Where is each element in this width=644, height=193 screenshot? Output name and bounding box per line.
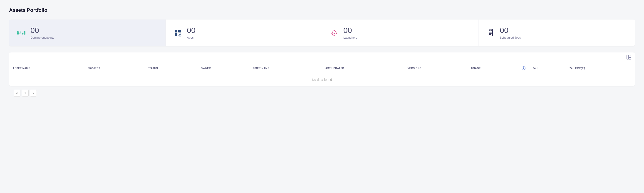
launchers-info: 00 Launchers <box>343 26 357 39</box>
scheduled-jobs-label: Scheduled Jobs <box>500 36 521 39</box>
svg-point-11 <box>332 31 333 32</box>
svg-rect-6 <box>174 34 177 36</box>
launchers-count: 00 <box>343 26 357 34</box>
usage-info-icon[interactable]: i <box>522 66 526 70</box>
svg-point-14 <box>336 31 336 32</box>
stat-card-apps[interactable]: 00 Apps <box>166 20 322 46</box>
layout-toggle-icon[interactable] <box>626 55 631 60</box>
table-header-row: ASSET NAME PROJECT STATUS OWNER USER NAM… <box>9 63 635 73</box>
svg-point-10 <box>334 33 335 34</box>
next-page-button[interactable]: > <box>30 90 37 96</box>
pagination: < 1 > <box>9 86 635 100</box>
svg-point-12 <box>332 33 332 34</box>
page-title: Assets Portfolio <box>9 7 635 13</box>
col-last-updated: LAST UPDATED <box>320 63 404 73</box>
empty-state-row: No data found <box>9 73 635 86</box>
current-page: 1 <box>22 90 28 96</box>
svg-rect-22 <box>627 55 628 59</box>
launchers-label: Launchers <box>343 36 357 39</box>
scheduled-jobs-count: 00 <box>500 26 521 34</box>
col-status: STATUS <box>144 63 197 73</box>
col-asset-name: ASSET NAME <box>9 63 84 73</box>
launchers-icon <box>329 28 339 38</box>
scheduled-jobs-info: 00 Scheduled Jobs <box>500 26 521 39</box>
empty-state-message: No data found <box>9 73 635 86</box>
endpoints-icon <box>16 28 26 38</box>
stat-card-scheduled-jobs[interactable]: 00 Scheduled Jobs <box>478 20 635 46</box>
svg-point-15 <box>336 33 337 34</box>
stat-card-launchers[interactable]: 00 Launchers <box>322 20 478 46</box>
svg-rect-4 <box>174 30 177 32</box>
domino-endpoints-count: 00 <box>30 26 54 34</box>
col-project: PROJECT <box>84 63 144 73</box>
svg-rect-5 <box>178 30 181 32</box>
jobs-icon <box>486 28 496 38</box>
svg-rect-24 <box>629 58 631 59</box>
stat-card-domino-endpoints[interactable]: 00 Domino endpoints <box>9 20 166 46</box>
col-owner: OWNER <box>197 63 250 73</box>
prev-page-button[interactable]: < <box>14 90 20 96</box>
domino-endpoints-info: 00 Domino endpoints <box>30 26 54 39</box>
col-usage: USAGE <box>468 63 518 73</box>
apps-info: 00 Apps <box>187 26 196 39</box>
col-user-name: USER NAME <box>250 63 320 73</box>
table-toolbar <box>9 52 635 63</box>
col-versions: VERSIONS <box>404 63 468 73</box>
domino-endpoints-label: Domino endpoints <box>30 36 54 39</box>
table-section: ASSET NAME PROJECT STATUS OWNER USER NAM… <box>9 52 635 86</box>
stats-grid: 00 Domino endpoints 00 Apps <box>9 20 635 46</box>
svg-rect-23 <box>629 55 631 57</box>
col-24h-err: 24H ERR(%) <box>566 63 635 73</box>
apps-count: 00 <box>187 26 196 34</box>
col-24h: 24H <box>529 63 566 73</box>
apps-icon <box>173 28 183 38</box>
assets-table: ASSET NAME PROJECT STATUS OWNER USER NAM… <box>9 63 635 86</box>
svg-point-13 <box>332 34 333 35</box>
apps-label: Apps <box>187 36 196 39</box>
col-info: i <box>518 63 529 73</box>
